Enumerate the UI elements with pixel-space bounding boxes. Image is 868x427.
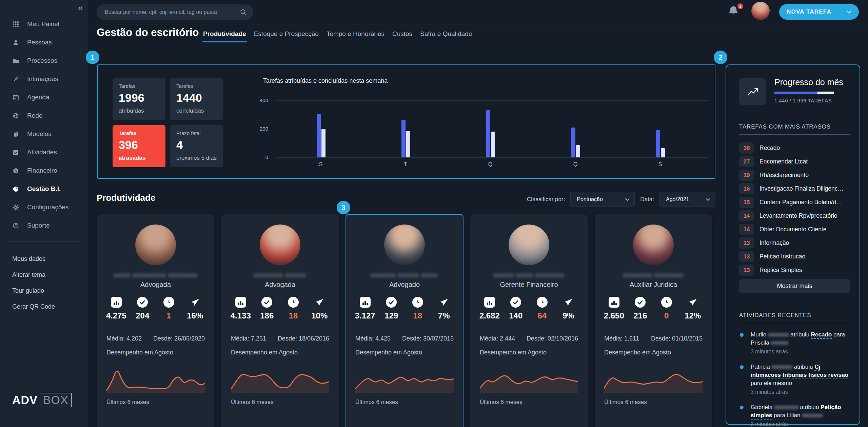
delayed-task-row[interactable]: 15Conferir Pagamento Boleto/d… [739, 196, 850, 208]
delayed-task-row[interactable]: 14Levantamento Rpv/precatório [739, 210, 850, 221]
member-avatar [384, 225, 425, 265]
sidebar-item-label: Processos [27, 57, 57, 64]
sidebar-item-configuracoes[interactable]: Configurações [0, 198, 88, 216]
performance-sparkline [604, 362, 703, 393]
x-tick-label: Q [569, 161, 582, 168]
y-tick-label: 0 [251, 154, 268, 160]
x-tick-label: S [653, 161, 667, 168]
weekly-bar-chart [277, 100, 708, 157]
weekly-overview-panel: Tarefas 1996 atribuídas Tarefas 1440 con… [97, 64, 715, 179]
new-task-button[interactable]: NOVA TAREFA [779, 4, 859, 20]
productivity-controls: Classificar por: Pontuação Data: Ago/202… [519, 192, 715, 207]
activity-timestamp: 3 minutos atrás [751, 349, 850, 355]
clock-icon [661, 297, 672, 308]
member-stats: 3.127 129 18 7% [346, 297, 463, 321]
tab-tempo-honorarios[interactable]: Tempo e Honorários [326, 30, 385, 38]
user-avatar[interactable] [751, 2, 770, 20]
member-card[interactable]: ●●●●● ●●●● ●●●●●●● Gerente Financeiro 2.… [470, 214, 588, 427]
search-icon[interactable] [240, 8, 247, 16]
pie-chart-icon [12, 186, 19, 192]
member-card[interactable]: ●●●●●●● ●●●●●●● Auxiliar Juridica 2.650 … [595, 214, 712, 427]
sidebar-item-intimacoes[interactable]: Intimações [0, 70, 88, 88]
delayed-task-row[interactable]: 13Informação [739, 237, 850, 249]
member-average: Média: 2.444 [480, 335, 515, 342]
sidebar-item-atividades[interactable]: Atividades [0, 143, 88, 161]
delayed-task-row[interactable]: 13Peticao Instrucao [739, 251, 850, 262]
delay-count-badge: 27 [739, 156, 754, 167]
sidebar-link-meus-dados[interactable]: Meus dados [12, 251, 55, 267]
delayed-task-row[interactable]: 38Recado [739, 142, 850, 154]
productivity-heading: Produtividade [97, 193, 155, 203]
trend-sparkline [221, 418, 339, 427]
months-label: Últimos 6 meses [106, 399, 205, 406]
bar-atribuidas [401, 120, 406, 157]
activity-item: Gabriela ●●●●●●● atribuiu Petição simple… [739, 403, 850, 427]
activity-item: Patricia ●●●●●● atribuiu Cj intimacoes t… [739, 363, 850, 395]
bar-atribuidas [486, 110, 490, 157]
tour-step-badge-3: 3 [337, 201, 350, 214]
sidebar-item-rede[interactable]: Rede [0, 106, 88, 125]
score-icon [235, 297, 246, 308]
summary-tile-atribuidas: Tarefas 1996 atribuídas [113, 78, 165, 120]
sidebar-link-tour-guiado[interactable]: Tour guiado [12, 283, 55, 299]
folder-icon [12, 57, 19, 64]
search-bar [97, 4, 253, 20]
bar-concluidas [321, 129, 326, 157]
blurred-name: ●●●●●● [771, 364, 792, 370]
member-since: Desde: 18/06/2016 [278, 335, 329, 342]
performance-label: Desempenho em Agosto [480, 349, 578, 356]
clock-icon [288, 297, 299, 308]
activity-text: Patricia [751, 364, 771, 370]
weekly-chart-y-axis: 0200400 [251, 100, 271, 157]
clock-icon [537, 297, 548, 308]
sidebar-item-label: Financeiro [27, 167, 57, 174]
sidebar-item-financeiro[interactable]: $ Financeiro [0, 161, 88, 180]
performance-sparkline [231, 362, 329, 393]
performance-label: Desempenho em Agosto [106, 349, 205, 356]
activity-task-link[interactable]: Recado [811, 331, 832, 338]
tab-custos[interactable]: Custos [392, 30, 413, 38]
tab-safra-qualidade[interactable]: Safra e Qualidade [419, 30, 473, 38]
sidebar-link-gerar-qr-code[interactable]: Gerar QR Code [12, 299, 55, 315]
delayed-task-row[interactable]: 27Encomendar Ltcat [739, 156, 850, 167]
summary-tile-atrasadas: Tarefas 396 atrasadas [113, 125, 165, 167]
chevron-down-icon[interactable] [839, 10, 859, 14]
y-tick-label: 200 [251, 126, 268, 132]
show-more-button[interactable]: Mostrar mais [739, 279, 850, 293]
sidebar-item-label: Gestão B.I. [27, 185, 61, 193]
progress-title: Progresso do mês [774, 77, 843, 87]
member-card[interactable]: ●●●●●●● ●●●●● Advogada 4.133 186 18 10% … [221, 214, 339, 427]
check-icon [510, 297, 521, 308]
activity-text: para ele mesmo [751, 380, 792, 386]
sidebar-item-pessoas[interactable]: Pessoas [0, 33, 88, 52]
delay-count-badge: 13 [739, 237, 754, 249]
sidebar-item-meu-painel[interactable]: Meu Painel [0, 15, 88, 33]
tab-estoque-prospeccao[interactable]: Estoque e Prospecção [253, 30, 319, 38]
sidebar-item-processos[interactable]: Processos [0, 52, 88, 70]
collapse-sidebar-button[interactable]: « [78, 3, 83, 13]
grid-icon [12, 21, 19, 27]
delayed-task-row[interactable]: 13Replica Simples [739, 264, 850, 276]
notifications-bell-icon[interactable]: 3 [728, 5, 741, 19]
search-input[interactable] [97, 9, 240, 15]
date-select[interactable]: Ago/2021 [659, 192, 715, 207]
sidebar-item-agenda[interactable]: Agenda [0, 88, 88, 106]
sort-select[interactable]: Pontuação [570, 192, 635, 207]
member-card[interactable]: ●●●● ●●●●●●●● ●●●●●●● Advogada 4.275 204… [97, 214, 214, 427]
months-label: Últimos 6 meses [231, 399, 329, 406]
sidebar-item-modelos[interactable]: Modelos [0, 125, 88, 143]
check-icon [137, 297, 148, 308]
tab-produtividade[interactable]: Produtividade [202, 30, 247, 38]
summary-tile-concluidas: Tarefas 1440 concluídas [170, 78, 223, 120]
sidebar-item-suporte[interactable]: ? Suporte [0, 216, 88, 235]
sidebar-item-gestao-bi[interactable]: Gestão B.I. [0, 180, 88, 198]
delayed-task-row[interactable]: 16Investigacao Finaliza Diligenc… [739, 183, 850, 194]
member-since: Desde: 26/05/2020 [153, 335, 205, 342]
sidebar-link-alterar-tema[interactable]: Alterar tema [12, 267, 55, 283]
member-card-highlighted[interactable]: ●●●●●● ●●●●● ●●●● Advogado 3.127 129 18 … [346, 214, 463, 427]
member-since: Desde: 02/10/2016 [527, 335, 578, 342]
x-tick-label: T [399, 161, 412, 168]
send-icon [190, 297, 200, 308]
delayed-task-row[interactable]: 19Rh/esclarecimento [739, 169, 850, 181]
delayed-task-row[interactable]: 14Obter Documento Cliente [739, 224, 850, 235]
